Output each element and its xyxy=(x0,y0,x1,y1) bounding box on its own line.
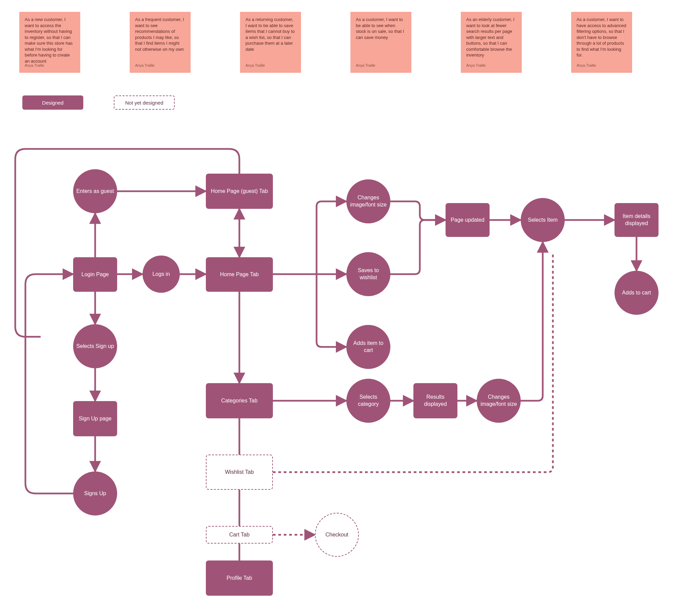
node-selects-category[interactable]: Selects category xyxy=(346,379,390,423)
node-label: Saves to wishlist xyxy=(349,267,388,281)
node-signup-page[interactable]: Sign Up page xyxy=(73,401,117,436)
node-wishlist-tab[interactable]: Wishlist Tab xyxy=(206,455,273,490)
legend-designed: Designed xyxy=(22,95,83,110)
node-label: Checkout xyxy=(325,531,348,538)
sticky-note[interactable]: As an elderly customer, I want to look a… xyxy=(461,12,522,73)
node-selects-item[interactable]: Selects Item xyxy=(521,198,565,242)
node-saves-wishlist[interactable]: Saves to wishlist xyxy=(346,252,390,296)
node-label: Adds to cart xyxy=(622,289,651,296)
sticky-text: As a customer, I want to be able to see … xyxy=(356,17,404,40)
legend-not-designed-label: Not yet designed xyxy=(125,100,164,106)
node-checkout[interactable]: Checkout xyxy=(315,513,359,557)
node-label: Enters as guest xyxy=(76,188,114,195)
sticky-text: As a frequent customer, I want to see re… xyxy=(135,17,184,52)
node-label: Cart Tab xyxy=(229,531,250,538)
node-label: Home Page Tab xyxy=(220,271,259,278)
node-changes-size-2[interactable]: Changes image/font size xyxy=(477,379,521,423)
node-label: Logs in xyxy=(152,271,170,278)
node-results-displayed[interactable]: Results displayed xyxy=(413,383,457,418)
node-label: Signs Up xyxy=(84,490,106,497)
node-label: Changes image/font size xyxy=(349,194,388,208)
sticky-text: As a customer, I want to have access to … xyxy=(577,17,626,58)
sticky-author: Anya Traille xyxy=(466,63,486,68)
sticky-note[interactable]: As a frequent customer, I want to see re… xyxy=(130,12,191,73)
node-label: Login Page xyxy=(82,271,109,278)
sticky-note[interactable]: As a new customer, I want to access the … xyxy=(19,12,80,73)
node-page-updated[interactable]: Page updated xyxy=(446,203,490,237)
node-label: Sign Up page xyxy=(79,415,112,422)
sticky-author: Anya Traille xyxy=(356,63,375,68)
node-label: Item details displayed xyxy=(617,213,656,227)
node-logs-in[interactable]: Logs in xyxy=(143,256,180,293)
node-label: Selects category xyxy=(349,394,388,408)
node-label: Selects Sign up xyxy=(76,343,114,350)
sticky-text: As a returning customer, I want to be ab… xyxy=(245,17,295,52)
node-label: Categories Tab xyxy=(221,397,257,404)
node-label: Selects Item xyxy=(528,217,558,224)
node-label: Wishlist Tab xyxy=(225,469,254,476)
sticky-text: As a new customer, I want to access the … xyxy=(25,17,73,64)
node-login-page[interactable]: Login Page xyxy=(73,257,117,292)
node-cart-tab[interactable]: Cart Tab xyxy=(206,526,273,544)
node-label: Changes image/font size xyxy=(479,394,518,408)
legend-designed-label: Designed xyxy=(42,100,63,106)
sticky-author: Anya Traille xyxy=(245,63,265,68)
node-categories-tab[interactable]: Categories Tab xyxy=(206,383,273,418)
node-item-details[interactable]: Item details displayed xyxy=(614,203,659,237)
node-label: Results displayed xyxy=(416,394,455,408)
node-profile-tab[interactable]: Profile Tab xyxy=(206,560,273,596)
node-label: Profile Tab xyxy=(227,575,252,582)
node-adds-to-cart-1[interactable]: Adds item to cart xyxy=(346,325,390,369)
sticky-author: Anya Traille xyxy=(25,63,44,68)
sticky-author: Anya Traille xyxy=(135,63,154,68)
sticky-note[interactable]: As a returning customer, I want to be ab… xyxy=(240,12,301,73)
node-home-guest[interactable]: Home Page (guest) Tab xyxy=(206,174,273,209)
sticky-author: Anya Traille xyxy=(577,63,596,68)
node-label: Adds item to cart xyxy=(349,340,388,354)
node-label: Home Page (guest) Tab xyxy=(211,188,268,195)
node-signs-up[interactable]: Signs Up xyxy=(73,471,117,515)
node-label: Page updated xyxy=(451,217,484,224)
node-selects-signup[interactable]: Selects Sign up xyxy=(73,324,117,368)
sticky-note[interactable]: As a customer, I want to have access to … xyxy=(571,12,632,73)
sticky-note[interactable]: As a customer, I want to be able to see … xyxy=(350,12,411,73)
legend-not-designed: Not yet designed xyxy=(114,95,175,110)
sticky-text: As an elderly customer, I want to look a… xyxy=(466,17,514,58)
node-home-page[interactable]: Home Page Tab xyxy=(206,257,273,292)
node-adds-to-cart-2[interactable]: Adds to cart xyxy=(614,271,659,315)
node-changes-size-1[interactable]: Changes image/font size xyxy=(346,179,390,223)
node-enters-guest[interactable]: Enters as guest xyxy=(73,169,117,213)
